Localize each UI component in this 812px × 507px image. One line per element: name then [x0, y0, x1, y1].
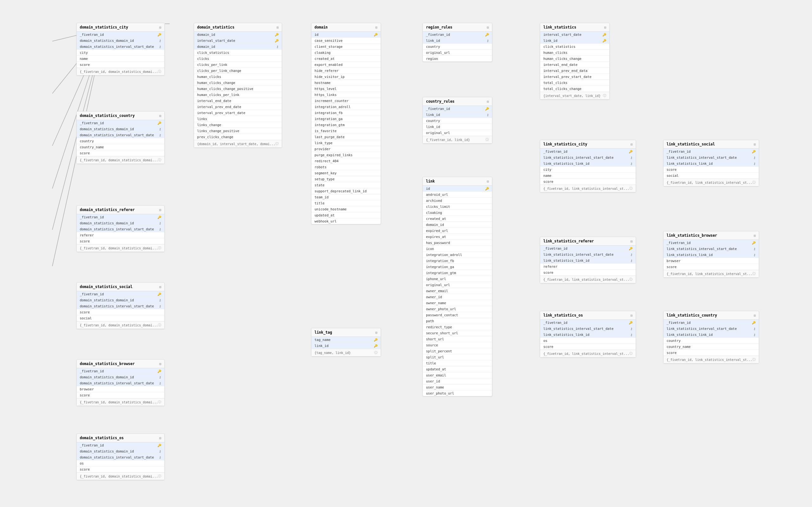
table-title-domain_statistics_os: domain_statistics_os — [80, 436, 124, 440]
table-expand-icon-region_rules[interactable]: ⊡ — [487, 26, 489, 29]
info-icon[interactable]: ⓘ — [603, 94, 606, 98]
row-field-name: click_statistics — [197, 51, 229, 55]
info-icon[interactable]: ⓘ — [158, 474, 161, 478]
footer-text: {_fivetran_id, link_statistics_interval_… — [667, 181, 753, 184]
table-expand-icon-domain_statistics[interactable]: ⊡ — [276, 26, 278, 29]
table-expand-icon-link_statistics_os[interactable]: ⊡ — [630, 314, 632, 317]
row-field-name: created_at — [426, 217, 446, 221]
info-icon[interactable]: ⓘ — [158, 69, 161, 74]
row-field-name: original_url — [426, 131, 450, 135]
table-expand-icon-link_statistics_browser[interactable]: ⊡ — [754, 234, 756, 237]
table-row: support_deprecated_link_id — [311, 188, 380, 194]
row-field-name: name — [80, 57, 88, 60]
info-icon[interactable]: ⓘ — [629, 351, 632, 356]
row-field-name: score — [667, 168, 677, 171]
table-expand-icon-link_statistics_country[interactable]: ⊡ — [754, 314, 756, 317]
table-expand-icon-link[interactable]: ⊡ — [487, 180, 489, 183]
table-row: integration_adroll — [311, 104, 380, 110]
row-field-name: owner_name — [426, 301, 446, 305]
row-field-name: interval_prev_end_date — [197, 105, 241, 109]
footer-text: {_fivetran_id, domain_statistics_domai..… — [80, 400, 158, 404]
row-field-name: social — [80, 316, 92, 320]
table-expand-icon-country_rules[interactable]: ⊡ — [487, 100, 489, 103]
info-icon[interactable]: ⓘ — [486, 137, 489, 142]
row-field-name: domain_id — [197, 33, 215, 37]
info-icon[interactable]: ⓘ — [629, 277, 632, 282]
table-row: integration_adroll — [423, 252, 492, 258]
info-icon[interactable]: ⓘ — [629, 186, 632, 191]
table-row: iphone_url — [423, 276, 492, 282]
table-row: updated_at — [423, 366, 492, 372]
table-expand-icon-link_statistics_social[interactable]: ⊡ — [754, 143, 756, 146]
row-field-name: is_favorite — [315, 129, 337, 133]
row-field-name: clicks_limit — [426, 205, 450, 209]
row-field-name: domain_statistics_domain_id — [80, 449, 134, 453]
table-expand-icon-domain_statistics_city[interactable]: ⊡ — [159, 26, 161, 29]
table-expand-icon-link_tag[interactable]: ⊡ — [375, 331, 377, 334]
table-expand-icon-link_statistics_referer[interactable]: ⊡ — [630, 239, 632, 243]
row-field-name: country — [426, 119, 440, 123]
info-icon[interactable]: ⓘ — [158, 323, 161, 327]
row-field-name: redirect_type — [426, 325, 452, 329]
table-header-link_statistics_referer: link_statistics_referer⊡ — [540, 237, 636, 245]
table-expand-icon-domain_statistics_os[interactable]: ⊡ — [159, 436, 161, 440]
row-field-name: domain_statistics_interval_start_date — [80, 304, 154, 308]
table-expand-icon-domain_statistics_social[interactable]: ⊡ — [159, 285, 161, 289]
table-row: link_statistics_interval_start_date⚷ — [664, 246, 759, 252]
primary-key-icon: 🔑 — [752, 241, 756, 245]
row-field-name: integration_adroll — [315, 105, 351, 109]
table-row: domain_statistics_domain_id⚷ — [77, 374, 165, 380]
primary-key-icon: 🔑 — [157, 33, 161, 37]
info-icon[interactable]: ⓘ — [752, 180, 756, 185]
row-field-name: link_statistics_link_id — [543, 259, 589, 262]
table-link_statistics_social: link_statistics_social⊡_fivetran_id🔑link… — [663, 140, 759, 186]
table-row: domain_id — [423, 222, 492, 228]
table-row: android_url — [423, 192, 492, 198]
table-row: tag_name🔑 — [311, 337, 380, 343]
row-field-name: hide_referer — [315, 69, 339, 72]
table-row: name — [540, 173, 636, 179]
table-row: created_at — [423, 216, 492, 222]
row-field-name: links_change — [197, 123, 221, 127]
table-expand-icon-link_statistics[interactable]: ⊡ — [604, 26, 606, 29]
info-icon[interactable]: ⓘ — [158, 400, 161, 404]
table-row: setup_type — [311, 176, 380, 182]
table-row: user_photo_url — [423, 390, 492, 396]
table-row: human_clicks_change — [194, 80, 282, 86]
table-row: link_id🔑 — [311, 343, 380, 349]
foreign-key-icon: ⚷ — [159, 222, 161, 225]
row-field-name: human_clicks_per_link — [197, 93, 240, 97]
row-field-name: https_links — [315, 93, 337, 97]
info-icon[interactable]: ⓘ — [158, 158, 161, 162]
row-field-name: link_statistics_link_id — [667, 333, 713, 337]
info-icon[interactable]: ⓘ — [275, 142, 278, 146]
table-row: interval_end_date — [540, 62, 609, 68]
table-row: hide_visitor_ip — [311, 74, 380, 80]
table-row: title — [423, 360, 492, 366]
table-row: export_enabled — [311, 62, 380, 68]
table-link_tag: link_tag⊡tag_name🔑link_id🔑{tag_name, lin… — [311, 328, 381, 356]
primary-key-icon: 🔑 — [157, 216, 161, 219]
table-expand-icon-domain_statistics_browser[interactable]: ⊡ — [159, 362, 161, 366]
info-icon[interactable]: ⓘ — [752, 272, 756, 276]
info-icon[interactable]: ⓘ — [158, 246, 161, 250]
table-region_rules: region_rules⊡_fivetran_id🔑link_id⚷countr… — [422, 23, 492, 62]
table-expand-icon-link_statistics_city[interactable]: ⊡ — [630, 143, 632, 146]
table-row: total_clicks — [540, 80, 609, 86]
table-expand-icon-domain_statistics_country[interactable]: ⊡ — [159, 114, 161, 118]
table-expand-icon-domain_statistics_referer[interactable]: ⊡ — [159, 208, 161, 212]
foreign-key-icon: ⚷ — [159, 456, 161, 459]
info-icon[interactable]: ⓘ — [374, 350, 377, 355]
row-field-name: browser — [80, 387, 94, 391]
table-row: score — [540, 179, 636, 185]
table-expand-icon-domain[interactable]: ⊡ — [375, 26, 377, 29]
table-footer-link_statistics: {interval_start_date, link_id} ⓘ — [540, 92, 609, 99]
row-field-name: integration_gtm — [315, 123, 345, 127]
table-row: interval_start_date🔑 — [540, 32, 609, 38]
table-row: domain_statistics_interval_start_date⚷ — [77, 44, 165, 50]
table-header-domain_statistics: domain_statistics⊡ — [194, 23, 282, 32]
table-footer-country_rules: {_fivetran_id, link_id} ⓘ — [423, 136, 492, 143]
info-icon[interactable]: ⓘ — [752, 357, 756, 362]
row-field-name: _fivetran_id — [667, 150, 691, 153]
row-field-name: tag_name — [315, 338, 331, 342]
